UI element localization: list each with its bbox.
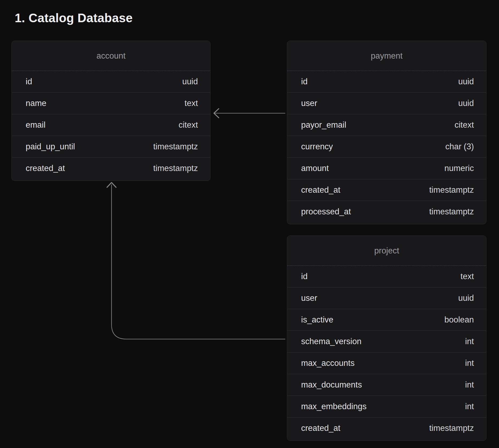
table-account-title: account xyxy=(12,41,210,71)
field-name: id xyxy=(301,77,308,86)
table-account-rows: id uuid name text email citext paid_up_u… xyxy=(12,71,210,181)
field-type: citext xyxy=(179,120,198,130)
field-type: timestamptz xyxy=(429,423,474,433)
field-name: id xyxy=(26,77,32,86)
field-row: id text xyxy=(287,266,486,287)
field-type: timestamptz xyxy=(429,185,474,195)
page-title-text: Catalog Database xyxy=(29,11,133,25)
field-row: processed_at timestamptz xyxy=(287,201,486,222)
diagram-canvas: 1.Catalog Database account id uuid name … xyxy=(0,0,499,448)
table-account[interactable]: account id uuid name text email citext p… xyxy=(11,41,210,181)
field-name: user xyxy=(301,98,317,108)
field-row: created_at timestamptz xyxy=(12,157,210,179)
field-row: is_active boolean xyxy=(287,309,486,331)
field-name: schema_version xyxy=(301,337,362,346)
page-title-number: 1. xyxy=(15,11,25,25)
table-payment-rows: id uuid user uuid payor_email citext cur… xyxy=(287,71,486,224)
field-type: boolean xyxy=(444,315,474,325)
field-type: citext xyxy=(455,120,474,130)
field-name: user xyxy=(301,293,317,303)
field-row: user uuid xyxy=(287,92,486,114)
field-row: created_at timestamptz xyxy=(287,179,486,201)
field-type: uuid xyxy=(182,77,198,86)
field-name: max_documents xyxy=(301,380,362,390)
field-type: timestamptz xyxy=(429,207,474,217)
field-name: is_active xyxy=(301,315,333,325)
field-type: int xyxy=(465,337,474,346)
field-name: created_at xyxy=(26,164,65,173)
field-name: paid_up_until xyxy=(26,142,75,151)
field-row: payor_email citext xyxy=(287,114,486,136)
field-type: numeric xyxy=(444,164,474,173)
field-row: name text xyxy=(12,92,210,114)
field-type: int xyxy=(465,380,474,390)
relation-arrow-project-to-account xyxy=(107,183,285,339)
field-name: max_accounts xyxy=(301,358,355,368)
field-name: email xyxy=(26,120,45,130)
field-row: id uuid xyxy=(12,71,210,92)
field-type: uuid xyxy=(458,98,474,108)
field-name: max_embeddings xyxy=(301,402,367,411)
field-row: currency char (3) xyxy=(287,136,486,157)
table-payment[interactable]: payment id uuid user uuid payor_email ci… xyxy=(287,41,486,224)
field-name: id xyxy=(301,272,308,281)
field-name: amount xyxy=(301,164,329,173)
table-payment-title: payment xyxy=(287,41,486,71)
relation-arrow-payment-to-account xyxy=(214,109,285,118)
field-row: max_documents int xyxy=(287,374,486,396)
field-row: id uuid xyxy=(287,71,486,92)
table-project[interactable]: project id text user uuid is_active bool… xyxy=(287,236,486,441)
field-row: user uuid xyxy=(287,287,486,309)
field-row: amount numeric xyxy=(287,157,486,179)
field-name: created_at xyxy=(301,423,340,433)
field-type: timestamptz xyxy=(153,164,198,173)
field-row: schema_version int xyxy=(287,331,486,352)
field-row: max_embeddings int xyxy=(287,396,486,417)
table-project-title: project xyxy=(287,236,486,265)
field-type: text xyxy=(460,272,474,281)
page-title: 1.Catalog Database xyxy=(15,11,133,25)
field-row: created_at timestamptz xyxy=(287,417,486,439)
field-row: paid_up_until timestamptz xyxy=(12,136,210,157)
field-type: int xyxy=(465,358,474,368)
table-project-rows: id text user uuid is_active boolean sche… xyxy=(287,266,486,441)
field-name: processed_at xyxy=(301,207,351,217)
field-name: name xyxy=(26,98,47,108)
field-type: uuid xyxy=(458,293,474,303)
field-type: uuid xyxy=(458,77,474,86)
field-type: int xyxy=(465,402,474,411)
field-name: currency xyxy=(301,142,333,151)
field-row: max_accounts int xyxy=(287,352,486,374)
field-name: payor_email xyxy=(301,120,346,130)
field-row: email citext xyxy=(12,114,210,136)
field-type: timestamptz xyxy=(153,142,198,151)
field-type: char (3) xyxy=(445,142,474,151)
field-type: text xyxy=(185,98,198,108)
field-name: created_at xyxy=(301,185,340,195)
